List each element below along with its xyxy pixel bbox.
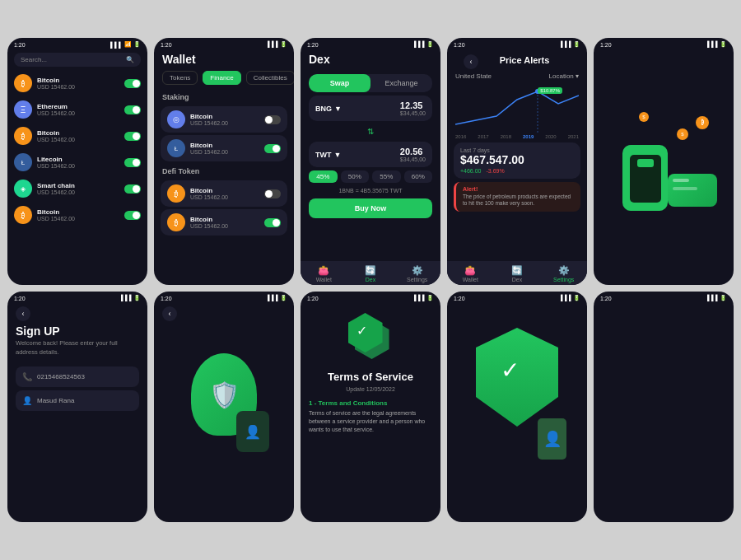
phone-icon: 📞 xyxy=(22,372,32,381)
card-line2 xyxy=(673,187,697,190)
defi-item-1[interactable]: ₿ Bitcoin USD 15462.00 xyxy=(161,180,287,207)
status-bar-9: 1:20 ▌▌▌🔋 xyxy=(447,292,587,303)
staking-label: Staking xyxy=(154,90,294,104)
token-item-bitcoin3[interactable]: ₿ Bitcoin USD 15462.00 xyxy=(7,202,147,228)
nav-wallet-4[interactable]: 👛 Wallet xyxy=(447,265,494,282)
token-info-1: Bitcoin USD 15462.00 xyxy=(37,77,119,90)
phone-input-field[interactable]: 📞 0215468524563 xyxy=(16,366,139,387)
from-card: BNG ▼ 12.35 $34,45,00 xyxy=(309,96,432,121)
settings-nav-label: Settings xyxy=(407,277,427,282)
nav-wallet[interactable]: 👛 Wallet xyxy=(301,265,347,282)
tab-finance[interactable]: Finance xyxy=(203,71,240,85)
from-usd: $34,45,00 xyxy=(400,110,426,116)
search-icon: 🔍 xyxy=(126,56,134,63)
from-token[interactable]: BNG ▼ xyxy=(315,105,342,113)
signup-shield-illus: ✓ 👤 xyxy=(447,303,587,484)
status-icons-6: ▌▌▌🔋 xyxy=(121,295,141,301)
search-bar[interactable]: Search... 🔍 xyxy=(14,53,141,67)
to-pair: TWT ▼ 20.56 $34,45,00 xyxy=(315,147,426,162)
location-text: United State xyxy=(455,72,492,80)
swap-arrows-icon[interactable]: ⇅ xyxy=(301,124,440,138)
token-item-bitcoin1[interactable]: ₿ Bitcoin USD 15462.00 xyxy=(7,70,147,96)
phone-tos: 1:20 ▌▌▌🔋 ✓ Terms of Service Update 12/0… xyxy=(301,292,440,522)
nav-dex-4[interactable]: 🔄 Dex xyxy=(494,265,541,282)
pct-45[interactable]: 45% xyxy=(309,170,338,183)
search-placeholder: Search... xyxy=(21,56,47,63)
main-shield-icon: ✓ xyxy=(476,328,558,427)
toggle-bitcoin3[interactable] xyxy=(124,211,141,220)
settings-icon-4: ⚙️ xyxy=(558,265,570,276)
shield-icons: ✓ xyxy=(348,313,394,362)
toggle-staking-2[interactable] xyxy=(264,144,281,153)
toggle-ethereum[interactable] xyxy=(124,105,141,114)
location-dropdown[interactable]: Location ▾ xyxy=(549,72,579,80)
from-amount: 12.35 xyxy=(400,100,426,110)
staking-icon-2: Ł xyxy=(167,139,185,157)
sc-icon: ◈ xyxy=(14,180,32,198)
token-info-4: Litecoin USD 15462.00 xyxy=(37,156,119,169)
phone-price-alerts: 1:20 ▌▌▌🔋 ‹ Price Alerts United State Lo… xyxy=(447,38,587,285)
back-button-4[interactable]: ‹ xyxy=(464,54,478,69)
back-button-7[interactable]: ‹ xyxy=(162,306,177,321)
staking-item-1[interactable]: ◎ Bitcoin USD 15462.00 xyxy=(161,106,287,133)
toggle-smartchain[interactable] xyxy=(124,184,141,194)
tab-collectibles[interactable]: Collectibles xyxy=(246,71,294,85)
staking-icon-1: ◎ xyxy=(167,110,185,128)
token-item-smartchain[interactable]: ◈ Smart chain USD 15462.00 xyxy=(7,175,147,202)
btc-icon-1: ₿ xyxy=(14,74,32,92)
person-card-icon: 👤 xyxy=(538,418,566,460)
time-6: 1:20 xyxy=(14,296,26,301)
toggle-litecoin[interactable] xyxy=(124,158,141,167)
person-icon: 👤 xyxy=(22,396,32,405)
time-8: 1:20 xyxy=(307,296,319,301)
nav-dex[interactable]: 🔄 Dex xyxy=(347,265,394,282)
check-mark-icon: ✓ xyxy=(357,323,367,338)
nav-settings[interactable]: ⚙️ Settings xyxy=(394,265,440,282)
defi-info-2: Bitcoin USD 15462.00 xyxy=(190,216,259,229)
location-row: United State Location ▾ xyxy=(447,71,587,82)
settings-nav-icon: ⚙️ xyxy=(412,265,423,276)
phone-wallet: 1:20 ▌▌▌🔋 Wallet Tokens Finance Collecti… xyxy=(154,38,294,285)
pct-60[interactable]: 60% xyxy=(404,170,433,183)
exchange-button[interactable]: Exchange xyxy=(370,74,432,92)
nav-settings-4[interactable]: ⚙️ Settings xyxy=(540,265,587,282)
from-chevron-icon: ▼ xyxy=(334,105,342,113)
signup-title: Sign UP xyxy=(7,321,147,339)
alert-card: Alert! The price of petroleum products a… xyxy=(454,182,580,212)
toggle-defi-1[interactable] xyxy=(264,189,281,198)
wallet-title: Wallet xyxy=(154,49,294,71)
tab-tokens[interactable]: Tokens xyxy=(162,71,198,85)
signup-illustration: ✓ 👤 xyxy=(468,328,566,460)
status-icons-9: ▌▌▌🔋 xyxy=(561,295,580,301)
status-icons-5: ▌▌▌🔋 xyxy=(707,41,727,48)
staking-item-2[interactable]: Ł Bitcoin USD 15462.00 xyxy=(161,135,287,161)
wallet-nav-label: Wallet xyxy=(316,277,332,282)
pct-50[interactable]: 50% xyxy=(341,170,370,183)
pct-55[interactable]: 55% xyxy=(372,170,401,183)
swap-button[interactable]: Swap xyxy=(309,74,370,92)
phone-extra1: 1:20 ▌▌▌🔋 ✓ 👤 xyxy=(447,292,587,522)
tos-icon-area: ✓ xyxy=(301,303,440,367)
toggle-staking-1[interactable] xyxy=(264,115,281,124)
token-item-litecoin[interactable]: Ł Litecoin USD 15462.00 xyxy=(7,149,147,175)
phone-extra2: 1:20 ▌▌▌🔋 xyxy=(594,292,734,522)
status-bar-1: 1:20 ▌▌▌📶🔋 xyxy=(7,38,147,49)
to-token[interactable]: TWT ▼ xyxy=(315,151,341,159)
phone-screen xyxy=(630,155,661,203)
defi-label: Defi Token xyxy=(154,164,294,178)
btc-icon-3: ₿ xyxy=(14,206,32,224)
toggle-bitcoin2[interactable] xyxy=(124,132,141,141)
token-item-ethereum[interactable]: Ξ Ethereum USD 15462.00 xyxy=(7,96,147,123)
wallet-nav-icon: 👛 xyxy=(318,265,329,276)
alert-title: Alert! xyxy=(463,186,574,192)
defi-item-2[interactable]: ₿ Bitcoin USD 15462.00 xyxy=(161,209,287,236)
toggle-bitcoin1[interactable] xyxy=(124,79,141,88)
back-button-6[interactable]: ‹ xyxy=(16,306,30,321)
token-item-bitcoin2[interactable]: ₿ Bitcoin USD 15462.00 xyxy=(7,123,147,149)
buy-button[interactable]: Buy Now xyxy=(309,198,432,218)
time-1: 1:20 xyxy=(14,42,26,48)
name-input-field[interactable]: 👤 Masud Rana xyxy=(16,390,139,411)
toggle-defi-2[interactable] xyxy=(264,218,281,227)
shield-check-icon: ✓ xyxy=(501,357,520,384)
wallet-icon-4: 👛 xyxy=(464,265,476,276)
